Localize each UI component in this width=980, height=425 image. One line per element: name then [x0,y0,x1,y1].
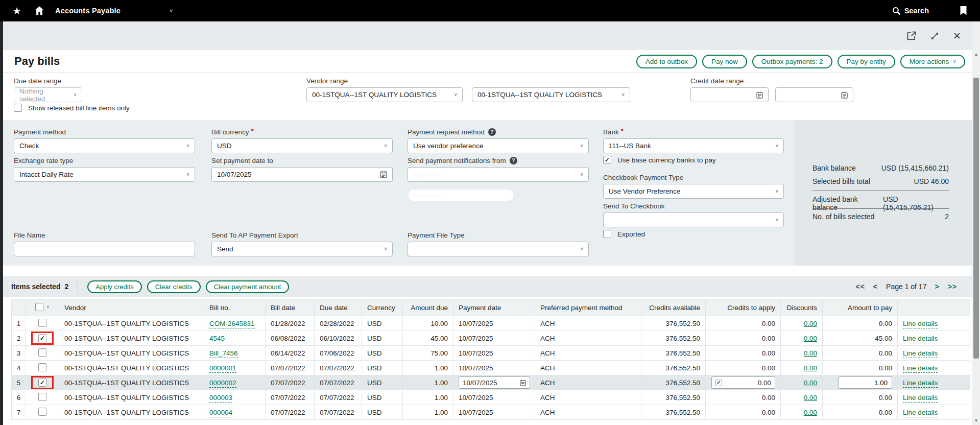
bill-no-link[interactable]: 0000002 [209,379,236,388]
home-icon[interactable] [34,5,45,16]
exported-row[interactable]: Exported [603,230,645,238]
file-name-input[interactable] [14,242,195,256]
payment-file-type-select[interactable]: ˅ [408,242,589,256]
show-released-checkbox[interactable] [14,104,22,112]
vendor-range-to-select[interactable]: 00-1STQUA--1ST QUALITY LOGISTICS ˅ [472,87,630,102]
help-icon[interactable]: ? [510,157,517,164]
vendor-header[interactable]: Vendor [59,299,204,316]
payment-date-input[interactable]: 10/07/2025 [459,376,530,389]
bill-date-header[interactable]: Bill date [266,299,315,316]
row-checkbox[interactable] [38,379,46,387]
more-actions-button[interactable]: More actions˅ [900,55,965,68]
vertical-scrollbar[interactable]: ▲ ▼ [972,21,980,425]
currency-header[interactable]: Currency [362,299,403,316]
exported-checkbox[interactable] [603,230,611,238]
credits-available-header[interactable]: Credits available [641,299,706,316]
send-to-ap-export-select[interactable]: Send ˅ [211,242,393,256]
chevron-down-icon[interactable]: ˅ [46,304,49,310]
next-page-button[interactable]: > [935,282,939,291]
set-payment-date-input[interactable]: 10/07/2025 [211,167,393,182]
discounts-link[interactable]: 0.00 [804,320,817,327]
prev-page-button[interactable]: < [873,282,878,291]
row-checkbox[interactable] [38,393,46,401]
bill-no-link[interactable]: 4545 [209,335,225,343]
payment-request-method-select[interactable]: Use vendor preference ˅ [408,138,589,153]
preferred-method-header[interactable]: Preferred payment method [535,299,641,316]
due-date-header[interactable]: Due date [315,299,362,316]
bill-no-link[interactable]: 000003 [209,394,232,403]
show-released-checkbox-row[interactable]: Show released bill line items only [14,104,130,112]
search-button[interactable]: Search [892,7,929,15]
payment-date-header[interactable]: Payment date [453,299,535,316]
checkbook-payment-type-select[interactable]: Use Vendor Preference ˅ [603,184,784,199]
close-icon[interactable]: ✕ [953,31,961,41]
discounts-link[interactable]: 0.00 [804,409,817,416]
bank-select[interactable]: 111--US Bank ˅ [603,138,784,153]
pay-now-button[interactable]: Pay now [702,55,747,68]
bill-no-link[interactable]: 000004 [209,409,232,417]
discounts-header[interactable]: Discounts [781,299,823,316]
help-icon[interactable]: ? [488,128,496,136]
credits-to-apply-header[interactable]: Credits to apply [706,299,781,316]
discounts-link[interactable]: 0.00 [804,364,817,372]
collapse-window-icon[interactable] [930,31,940,41]
pagination: << < Page 1 of 17 > >> [856,282,958,291]
use-base-currency-row[interactable]: Use base currency banks to pay [603,156,716,164]
scroll-down-arrow-icon[interactable]: ▼ [972,418,980,423]
bill-currency-select[interactable]: USD ˅ [211,138,393,153]
apply-credit-checkbox[interactable] [715,380,722,386]
exchange-rate-type-select[interactable]: Intacct Daily Rate ˅ [14,167,195,182]
use-base-currency-checkbox[interactable] [603,156,611,164]
line-details-link[interactable]: Line details [903,320,938,328]
credit-date-from-input[interactable] [690,87,769,102]
clear-payment-amount-button[interactable]: Clear payment amount [206,280,290,293]
select-all-checkbox[interactable] [35,303,43,311]
discounts-link[interactable]: 0.00 [804,379,817,387]
bill-no-header[interactable]: Bill no. [204,299,266,316]
row-checkbox[interactable] [38,319,46,327]
payment-method-select[interactable]: Check ˅ [14,138,195,153]
send-notifications-from-select[interactable]: ·· : ··· ·· ˅ [408,167,589,182]
row-checkbox[interactable] [38,408,46,416]
discounts-link[interactable]: 0.00 [804,335,817,342]
bill-no-link[interactable]: 0000001 [209,364,236,373]
bills-selected-label: No. of bills selected [812,212,874,221]
bookmark-icon[interactable] [958,5,969,16]
credit-date-to-input[interactable] [775,87,853,102]
line-details-link[interactable]: Line details [903,364,938,373]
pay-by-entity-button[interactable]: Pay by entity [838,55,895,68]
apply-credits-button[interactable]: Apply credits [87,280,141,293]
amount-due-header[interactable]: Amount due [403,299,453,316]
clear-credits-button[interactable]: Clear credits [147,280,201,293]
scrollbar-thumb[interactable] [973,78,979,359]
window-left-edge [0,21,3,425]
row-checkbox[interactable] [38,363,46,371]
last-page-button[interactable]: >> [948,282,957,291]
line-details-link[interactable]: Line details [903,394,938,403]
line-details-link[interactable]: Line details [903,335,938,343]
line-details-link[interactable]: Line details [903,409,938,417]
row-checkbox[interactable] [38,334,46,342]
first-page-button[interactable]: << [856,282,865,291]
send-to-checkbook-select[interactable]: ˅ [603,212,784,227]
app-menu-dropdown[interactable]: Accounts Payable ˅ [55,7,173,15]
show-released-label: Show released bill line items only [28,104,130,112]
discounts-link[interactable]: 0.00 [804,349,817,357]
credits-to-apply-input[interactable]: 0.00 [711,376,775,389]
amount-to-pay-input[interactable] [838,376,892,389]
bill-no-link[interactable]: COM-2645831 [209,320,255,328]
line-details-link[interactable]: Line details [903,379,938,388]
due-date-range-select[interactable]: Nothing selected ˅ [14,87,82,102]
amount-to-pay-header[interactable]: Amount to pay [823,299,898,316]
outbox-payments-button[interactable]: Outbox payments: 2 [752,55,832,68]
scroll-up-arrow-icon[interactable]: ▲ [972,52,980,57]
add-to-outbox-button[interactable]: Add to outbox [636,55,697,68]
top-app-bar: ★ Accounts Payable ˅ Search [0,0,980,21]
favorites-star-icon[interactable]: ★ [11,5,22,16]
open-in-new-window-icon[interactable] [906,31,917,41]
line-details-link[interactable]: Line details [903,349,938,358]
vendor-range-from-select[interactable]: 00-1STQUA--1ST QUALITY LOGISTICS ˅ [306,87,463,102]
discounts-link[interactable]: 0.00 [804,394,817,402]
row-checkbox[interactable] [38,348,46,357]
bill-no-link[interactable]: Bill_7456 [209,349,238,358]
